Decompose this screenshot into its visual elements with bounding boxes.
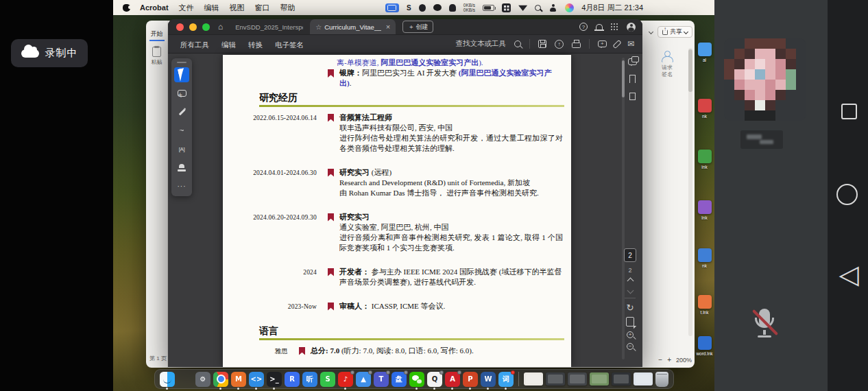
- acrobat[interactable]: A: [445, 372, 460, 387]
- assistant-status-icon[interactable]: [419, 4, 426, 12]
- powerpoint[interactable]: P: [463, 372, 478, 387]
- desktop-shortcut-al[interactable]: al: [695, 43, 714, 62]
- desktop-shortcut-t.lnk[interactable]: t.lnk: [695, 295, 714, 315]
- photos-app[interactable]: ▲: [356, 372, 371, 387]
- toolbar-menu-电子签名[interactable]: 电子签名: [275, 40, 304, 49]
- office-zoom-control[interactable]: − + 200%: [658, 356, 692, 364]
- find-tools-label[interactable]: 查找文本或工具: [455, 39, 506, 49]
- netease-music[interactable]: ♪: [338, 372, 353, 387]
- wechat[interactable]: [409, 372, 424, 387]
- pet-app-status-icon[interactable]: [449, 4, 456, 12]
- word[interactable]: W: [481, 372, 496, 387]
- fit-page-icon[interactable]: [626, 317, 634, 327]
- comments-panel[interactable]: [628, 58, 637, 65]
- dict-app[interactable]: 词: [498, 372, 514, 387]
- create-button[interactable]: ＋ 创建: [402, 21, 433, 33]
- star-icon[interactable]: ☆: [315, 23, 322, 31]
- menu-item-文件[interactable]: 文件: [179, 3, 194, 12]
- desktop-shortcut-word.lnk[interactable]: word.lnk: [695, 336, 714, 356]
- desktop-shortcut-lnk[interactable]: lnk: [695, 200, 714, 220]
- zoom-in-icon[interactable]: +: [627, 331, 634, 338]
- zoom-in-icon[interactable]: +: [667, 356, 671, 364]
- pages-panel[interactable]: [629, 93, 636, 100]
- listening-app[interactable]: 听: [302, 372, 317, 387]
- print-icon[interactable]: [572, 43, 581, 48]
- upload-cloud-icon[interactable]: ↑: [555, 40, 564, 49]
- menu-item-编辑[interactable]: 编辑: [204, 3, 219, 12]
- attachment-icon[interactable]: [612, 39, 621, 48]
- s-app[interactable]: S: [320, 372, 335, 387]
- apps-grid-icon[interactable]: [611, 23, 618, 31]
- toolbar-menu-编辑[interactable]: 编辑: [221, 40, 236, 49]
- minimized-window-6[interactable]: [634, 372, 653, 386]
- menu-clock[interactable]: 4月8日 周二 21:34: [581, 3, 643, 13]
- previous-page-icon[interactable]: [627, 278, 634, 285]
- microphone-muted-icon[interactable]: [750, 309, 779, 343]
- matlab[interactable]: M: [231, 372, 246, 387]
- zoom-window-button[interactable]: [202, 23, 210, 31]
- wechat-status-icon[interactable]: [433, 4, 442, 11]
- office-home-tab[interactable]: 开始: [149, 29, 165, 41]
- trash[interactable]: [655, 372, 668, 387]
- select-tool[interactable]: [174, 67, 189, 82]
- qq[interactable]: Q: [427, 372, 442, 387]
- office-scrollbar[interactable]: [688, 48, 692, 336]
- menu-item-窗口[interactable]: 窗口: [255, 3, 270, 12]
- minimize-window-button[interactable]: [189, 23, 197, 31]
- search-icon[interactable]: [514, 40, 521, 47]
- netdisk-app[interactable]: 盘: [391, 372, 407, 387]
- add-comment-tool[interactable]: +: [174, 86, 189, 101]
- desktop-shortcut-ink[interactable]: ink: [695, 150, 714, 169]
- desktop-shortcut-nk[interactable]: nk: [695, 99, 714, 119]
- remote-app[interactable]: R: [285, 372, 300, 387]
- more-tools[interactable]: ···: [174, 178, 189, 193]
- menu-item-帮助[interactable]: 帮助: [280, 3, 296, 12]
- launchpad[interactable]: [178, 372, 193, 387]
- save-icon[interactable]: [538, 40, 546, 48]
- siri-icon[interactable]: [565, 3, 574, 12]
- minimized-window-2[interactable]: [546, 372, 565, 386]
- rail-drag-handle[interactable]: [177, 62, 186, 63]
- zoom-out-icon[interactable]: −: [658, 356, 662, 364]
- input-source-icon[interactable]: [502, 3, 511, 12]
- s-status-icon[interactable]: S: [407, 4, 411, 12]
- spotlight-search-icon[interactable]: [535, 5, 541, 11]
- current-page-input[interactable]: 2: [624, 248, 636, 262]
- toolbar-menu-转换[interactable]: 转换: [248, 40, 263, 49]
- finder[interactable]: [160, 372, 175, 387]
- recents-button[interactable]: [841, 104, 857, 119]
- back-button[interactable]: ◁: [836, 259, 862, 289]
- terminal[interactable]: >_: [267, 372, 282, 387]
- paste-label[interactable]: 粘贴: [146, 58, 167, 66]
- doc-scrollbar[interactable]: [622, 58, 625, 359]
- add-comment-icon[interactable]: +: [598, 40, 607, 47]
- close-window-button[interactable]: [176, 23, 184, 31]
- minimized-window-4[interactable]: [590, 372, 609, 386]
- home-button[interactable]: [836, 184, 858, 205]
- document-tab-active[interactable]: ☆ Curriculum_Vitae__Ch... ×: [310, 19, 396, 34]
- paste-icon[interactable]: [152, 47, 161, 57]
- doc-scrollbar-thumb[interactable]: [622, 60, 625, 97]
- teams[interactable]: T: [374, 372, 389, 387]
- apple-menu-icon[interactable]: [123, 4, 130, 12]
- zoom-out-icon[interactable]: −: [627, 343, 634, 350]
- zoom-value[interactable]: 200%: [676, 357, 692, 364]
- highlight-tool[interactable]: [174, 104, 189, 119]
- chrome[interactable]: [213, 372, 228, 387]
- notifications-icon[interactable]: [596, 24, 603, 30]
- toolbar-menu-所有工具[interactable]: 所有工具: [180, 40, 209, 49]
- desktop-shortcut-nk[interactable]: nk: [695, 248, 714, 268]
- wifi-icon[interactable]: [518, 4, 527, 11]
- stamp-tool[interactable]: [174, 160, 189, 175]
- screen-mirroring-indicator[interactable]: [385, 3, 399, 12]
- vscode[interactable]: <>: [249, 372, 264, 387]
- help-icon[interactable]: ?: [579, 23, 588, 31]
- close-tab-icon[interactable]: ×: [386, 23, 390, 31]
- minimized-window-3[interactable]: [568, 372, 587, 386]
- document-tab-inactive[interactable]: EnvSDD_2025_Interspeech_fi...: [223, 19, 309, 34]
- system-settings[interactable]: ⚙: [195, 372, 210, 387]
- email-icon[interactable]: ✉: [627, 40, 634, 48]
- rotate-refresh-icon[interactable]: ↻: [627, 303, 634, 312]
- minimized-window-5[interactable]: [612, 372, 631, 386]
- minimized-window-1[interactable]: [524, 372, 543, 386]
